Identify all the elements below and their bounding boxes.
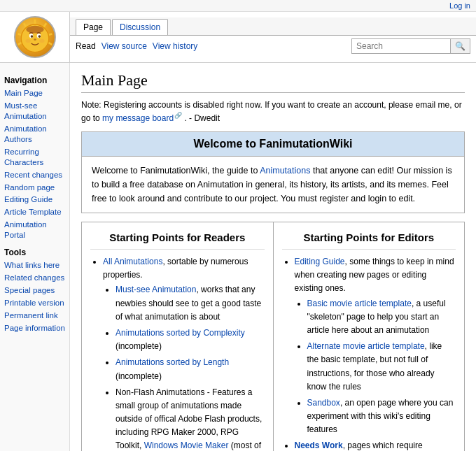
search-button[interactable]: 🔍 (450, 39, 470, 53)
sub-list: Basic movie article template, a useful "… (295, 297, 456, 437)
logo (14, 16, 56, 58)
sidebar-item-page-info[interactable]: Page information (4, 323, 65, 334)
list-item: Basic movie article template, a useful "… (307, 297, 456, 338)
welcome-text-1: Welcome to FanimutationWiki, the guide t… (92, 166, 258, 176)
svg-point-12 (38, 35, 41, 38)
search-input[interactable] (352, 39, 450, 53)
login-link[interactable]: Log in (449, 1, 470, 10)
two-col: Starting Points for Readers All Animutat… (81, 222, 465, 451)
page-tabs: Page Discussion (70, 17, 476, 36)
list-item: All Animutations, sortable by numerous p… (103, 255, 265, 451)
svg-point-8 (26, 26, 43, 34)
svg-point-11 (30, 35, 33, 38)
sandbox-link[interactable]: Sandbox (307, 398, 340, 408)
sidebar-item-related[interactable]: Related changes (4, 273, 65, 283)
list-item: Animutations sorted by Complexity (incom… (115, 327, 265, 353)
tab-view-source[interactable]: View source (102, 41, 147, 51)
nav-tabs-area: Page Discussion Read View source View hi… (70, 17, 476, 57)
sidebar-item-printable[interactable]: Printable version (4, 298, 65, 308)
welcome-box: Welcome to FanimutationWiki Welcome to F… (81, 131, 465, 213)
editors-header: Starting Points for Editors (282, 229, 456, 250)
notice-suffix: . - Dwedit (184, 113, 220, 123)
needs-work-link[interactable]: Needs Work (295, 441, 343, 450)
sidebar-tools-title: Tools (4, 248, 65, 257)
logo-area (0, 12, 70, 62)
tab-discussion[interactable]: Discussion (112, 19, 168, 35)
list-item: Editing Guide, some things to keep in mi… (295, 255, 456, 436)
sidebar-item-authors[interactable]: Animutation Authors (4, 124, 65, 145)
list-item: Sandbox, an open page where you can expe… (307, 396, 456, 437)
sidebar-item-must-see[interactable]: Must-see Animutation (4, 101, 65, 122)
by-complexity-link[interactable]: Animutations sorted by Complexity (115, 328, 245, 338)
tab-read[interactable]: Read (76, 41, 96, 51)
sidebar-item-recent[interactable]: Recent changes (4, 170, 65, 180)
sidebar-item-main-page[interactable]: Main Page (4, 88, 65, 99)
sidebar-item-random[interactable]: Random page (4, 182, 65, 193)
content: Main Page Note: Registering accounts is … (70, 63, 476, 451)
welcome-header: Welcome to FanimutationWiki (82, 132, 464, 157)
svg-point-14 (25, 39, 30, 43)
top-bar: Log in (0, 0, 476, 12)
sidebar-item-editing[interactable]: Editing Guide (4, 194, 65, 205)
alt-template-link[interactable]: Alternate movie article template (307, 341, 425, 351)
tab-view-history[interactable]: View history (153, 41, 197, 51)
list-item: Alternate movie article template, like t… (307, 340, 456, 394)
page-title: Main Page (81, 71, 465, 93)
sidebar-item-recurring[interactable]: Recurring Characters (4, 147, 65, 168)
action-tabs: Read View source View history 🔍 (70, 36, 476, 57)
main-layout: Navigation Main Page Must-see Animutatio… (0, 63, 476, 451)
sidebar: Navigation Main Page Must-see Animutatio… (0, 63, 70, 451)
sidebar-item-permanent[interactable]: Permanent link (4, 310, 65, 321)
by-length-link[interactable]: Animutations sorted by Length (115, 357, 229, 367)
editing-guide-link[interactable]: Editing Guide (295, 257, 345, 266)
sidebar-item-template[interactable]: Article Template (4, 207, 65, 217)
must-see-link[interactable]: Must-see Animutation (115, 285, 196, 294)
all-animutations-link[interactable]: All Animutations (103, 257, 162, 266)
notice: Note: Registering accounts is disabled r… (81, 99, 465, 124)
sidebar-item-special[interactable]: Special pages (4, 285, 65, 296)
sub-list: Must-see Animutation, works that any new… (103, 283, 265, 451)
welcome-animutations-link[interactable]: Animutations (260, 166, 310, 176)
list-item: Needs Work, pages which require attentio… (295, 439, 456, 451)
svg-point-13 (34, 38, 36, 41)
sidebar-nav-title: Navigation (4, 76, 65, 85)
svg-point-15 (39, 39, 44, 43)
welcome-body: Welcome to FanimutationWiki, the guide t… (82, 157, 464, 213)
wmm-link[interactable]: Windows Movie Maker (144, 441, 229, 450)
tab-page[interactable]: Page (76, 19, 111, 35)
editors-section: Starting Points for Editors Editing Guid… (274, 222, 465, 451)
search-form: 🔍 (351, 38, 470, 54)
list-item: Animutations sorted by Length (incomplet… (115, 356, 265, 382)
list-item: Non-Flash Animutations - Features a smal… (115, 386, 265, 451)
editors-list: Editing Guide, some things to keep in mi… (282, 255, 456, 451)
sidebar-item-what-links[interactable]: What links here (4, 260, 65, 271)
header: Page Discussion Read View source View hi… (0, 12, 476, 63)
readers-list: All Animutations, sortable by numerous p… (90, 255, 265, 451)
sidebar-item-portal[interactable]: Animutation Portal (4, 220, 65, 241)
logo-svg (16, 18, 54, 56)
basic-template-link[interactable]: Basic movie article template (307, 299, 412, 308)
notice-link[interactable]: my message board (102, 113, 174, 123)
list-item: Must-see Animutation, works that any new… (115, 283, 265, 324)
ext-link-icon: 🔗 (174, 111, 182, 121)
readers-section: Starting Points for Readers All Animutat… (82, 222, 274, 451)
readers-header: Starting Points for Readers (90, 229, 265, 250)
